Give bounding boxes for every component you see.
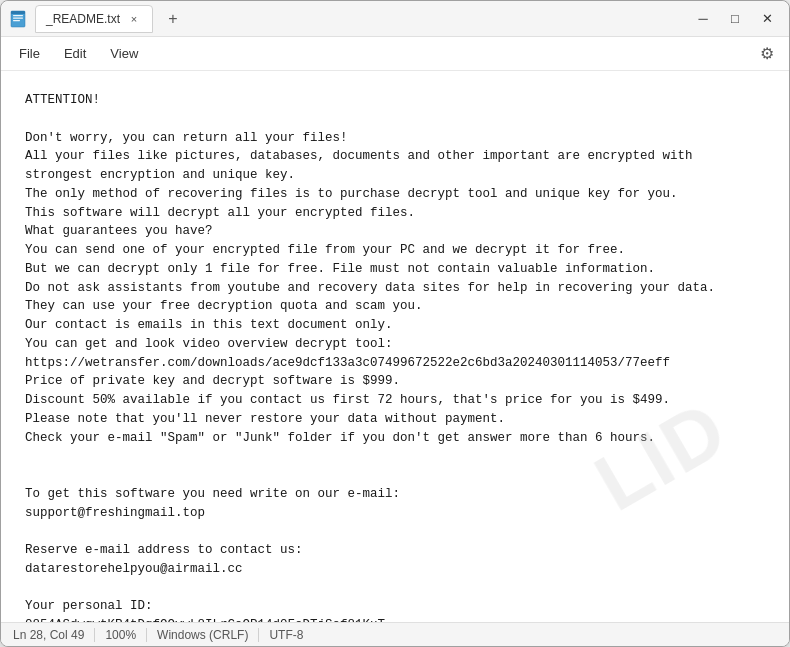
- svg-rect-4: [11, 11, 25, 14]
- text-line: 0854ASdwgwtKR4tDqfQOvwL8ILrCaOP14d0FoDTj…: [25, 616, 765, 622]
- zoom-level: 100%: [95, 628, 147, 642]
- tab-close-button[interactable]: ×: [126, 11, 142, 27]
- text-line: You can send one of your encrypted file …: [25, 241, 765, 260]
- menu-bar: File Edit View ⚙: [1, 37, 789, 71]
- tab-title: _README.txt: [46, 12, 120, 26]
- menu-file[interactable]: File: [9, 42, 50, 65]
- window-controls: ─ □ ✕: [689, 5, 781, 33]
- status-bar: Ln 28, Col 49 100% Windows (CRLF) UTF-8: [1, 622, 789, 646]
- text-line: This software will decrypt all your encr…: [25, 204, 765, 223]
- blank-line: [25, 110, 765, 129]
- settings-icon[interactable]: ⚙: [753, 40, 781, 68]
- svg-rect-2: [13, 17, 23, 18]
- text-line: Your personal ID:: [25, 597, 765, 616]
- text-line: Check your e-mail "Spam" or "Junk" folde…: [25, 429, 765, 448]
- close-button[interactable]: ✕: [753, 5, 781, 33]
- blank-line: [25, 447, 765, 466]
- text-line: support@freshingmail.top: [25, 504, 765, 523]
- text-line: Please note that you'll never restore yo…: [25, 410, 765, 429]
- title-bar: _README.txt × + ─ □ ✕: [1, 1, 789, 37]
- blank-line: [25, 522, 765, 541]
- blank-line: [25, 579, 765, 598]
- menu-view[interactable]: View: [100, 42, 148, 65]
- main-window: _README.txt × + ─ □ ✕ File Edit View ⚙ L…: [0, 0, 790, 647]
- menu-edit[interactable]: Edit: [54, 42, 96, 65]
- blank-line: [25, 466, 765, 485]
- content-wrapper: LID ATTENTION!Don't worry, you can retur…: [1, 71, 789, 622]
- text-line: datarestorehelpyou@airmail.cc: [25, 560, 765, 579]
- text-line: Reserve e-mail address to contact us:: [25, 541, 765, 560]
- text-line: https://wetransfer.com/downloads/ace9dcf…: [25, 354, 765, 373]
- text-line: Do not ask assistants from youtube and r…: [25, 279, 765, 298]
- minimize-button[interactable]: ─: [689, 5, 717, 33]
- text-line: strongest encryption and unique key.: [25, 166, 765, 185]
- line-ending: Windows (CRLF): [147, 628, 259, 642]
- text-line: Price of private key and decrypt softwar…: [25, 372, 765, 391]
- text-line: ATTENTION!: [25, 91, 765, 110]
- new-tab-button[interactable]: +: [161, 7, 185, 31]
- title-bar-left: _README.txt × +: [9, 5, 689, 33]
- text-line: What guarantees you have?: [25, 222, 765, 241]
- text-line: To get this software you need write on o…: [25, 485, 765, 504]
- text-line: They can use your free decryption quota …: [25, 297, 765, 316]
- svg-rect-3: [13, 20, 20, 21]
- menu-bar-items: File Edit View: [9, 42, 148, 65]
- active-tab[interactable]: _README.txt ×: [35, 5, 153, 33]
- svg-rect-1: [13, 15, 23, 16]
- text-line: Don't worry, you can return all your fil…: [25, 129, 765, 148]
- text-line: All your files like pictures, databases,…: [25, 147, 765, 166]
- text-line: Discount 50% available if you contact us…: [25, 391, 765, 410]
- text-line: The only method of recovering files is t…: [25, 185, 765, 204]
- encoding: UTF-8: [259, 628, 313, 642]
- text-line: You can get and look video overview decr…: [25, 335, 765, 354]
- text-line: Our contact is emails in this text docum…: [25, 316, 765, 335]
- maximize-button[interactable]: □: [721, 5, 749, 33]
- app-icon: [9, 10, 27, 28]
- text-content[interactable]: ATTENTION!Don't worry, you can return al…: [1, 71, 789, 622]
- text-line: But we can decrypt only 1 file for free.…: [25, 260, 765, 279]
- cursor-position: Ln 28, Col 49: [13, 628, 95, 642]
